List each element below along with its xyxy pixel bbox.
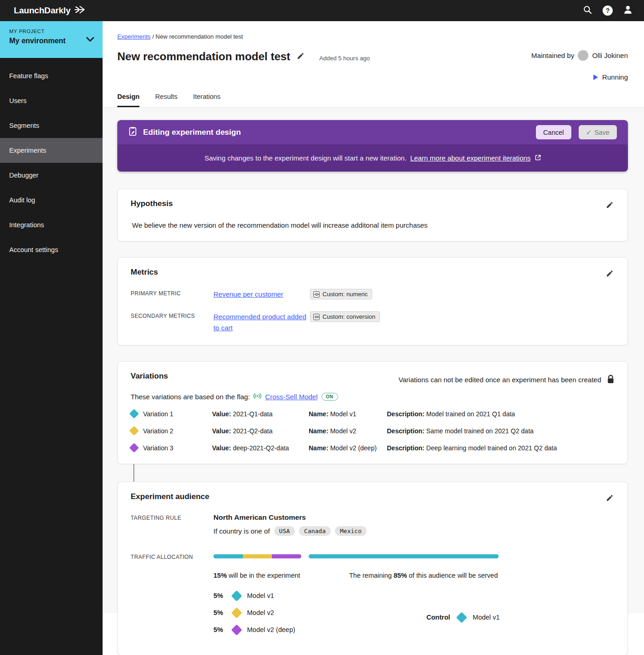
sidebar-item-audit-log[interactable]: Audit log	[0, 188, 103, 213]
variation-3-value: Value: deep-2021-Q2-data	[212, 444, 309, 452]
page-title: New recommendation model test	[117, 50, 290, 63]
experiment-allocation-bar	[213, 554, 301, 558]
environment-name: My environment	[9, 37, 95, 45]
banner-title: Editing experiment design	[143, 128, 241, 137]
check-icon: ✓	[586, 129, 592, 136]
edit-hypothesis-icon[interactable]	[606, 201, 614, 211]
model-v2-diamond-icon	[231, 607, 242, 618]
metrics-card: Metrics PRIMARY METRIC Revenue per custo…	[117, 257, 628, 345]
play-icon	[593, 75, 598, 80]
edit-metrics-icon[interactable]	[606, 270, 614, 279]
external-link-icon	[535, 154, 541, 162]
cancel-button[interactable]: Cancel	[536, 125, 571, 139]
breadcrumb-current: New recommendation model test	[155, 33, 243, 40]
top-bar: LaunchDarkly ?	[0, 0, 644, 21]
hypothesis-title: Hypothesis	[131, 199, 615, 208]
secondary-metric-link[interactable]: Recommended product added to cart	[213, 311, 310, 333]
variation-2-diamond-icon	[129, 426, 139, 436]
project-label: MY PROJECT	[9, 29, 95, 34]
allocation-legend-model-v2: 5% Model v2	[213, 609, 426, 617]
targeting-rule-name: North American Customers	[213, 513, 367, 522]
variation-2-description: Description: Same model trained on 2021 …	[387, 427, 534, 435]
sidebar-item-integrations[interactable]: Integrations	[0, 213, 103, 237]
rule-condition-text: If country is one of	[213, 527, 270, 535]
tab-results[interactable]: Results	[155, 93, 177, 107]
control-model-name: Model v1	[473, 614, 500, 621]
maintained-by-label: Maintained by	[531, 52, 574, 59]
page-header: Experiments / New recommendation model t…	[103, 21, 644, 107]
code-icon: <>	[313, 291, 320, 298]
sidebar-item-segments[interactable]: Segments	[0, 113, 103, 138]
flag-on-badge: ON	[322, 393, 338, 401]
variation-2-value: Value: 2021-Q2-data	[212, 427, 309, 435]
banner-message: Saving changes to the experiment design …	[204, 154, 406, 162]
maintained-by: Maintained by Olli Jokinen	[531, 50, 628, 61]
iterations-learn-more-link[interactable]: Learn more about experiment iterations	[410, 154, 531, 162]
clipboard-edit-icon	[128, 126, 138, 138]
variation-1-model-name: Name: Model v1	[309, 410, 387, 418]
flag-prefix-text: These variations are based on the flag:	[131, 393, 250, 401]
traffic-allocation-bar	[213, 554, 499, 558]
variation-3-diamond-icon	[129, 443, 139, 453]
experiment-allocation-text: 15% will be in the experiment	[213, 572, 349, 579]
metrics-title: Metrics	[131, 268, 615, 277]
variation-1-value: Value: 2021-Q1-data	[212, 410, 309, 418]
sidebar-item-users[interactable]: Users	[0, 88, 103, 113]
help-icon[interactable]: ?	[603, 6, 613, 16]
flag-reference-line: These variations are based on the flag: …	[131, 393, 615, 401]
remaining-allocation-bar	[309, 554, 499, 558]
launchdarkly-arrow-icon	[74, 6, 86, 16]
environment-switcher[interactable]: MY PROJECT My environment	[0, 21, 103, 58]
variation-1-diamond-icon	[129, 409, 139, 419]
editing-banner: Editing experiment design Cancel ✓Save S…	[117, 120, 628, 172]
audience-title: Experiment audience	[131, 492, 615, 501]
tab-bar: Design Results Iterations	[117, 93, 628, 107]
allocation-segment-model-v2-deep	[272, 554, 301, 558]
variations-card: Variations Variations can not be edited …	[117, 361, 628, 464]
logo-text: LaunchDarkly	[14, 6, 70, 16]
control-diamond-icon	[456, 612, 467, 623]
sidebar-item-account-settings[interactable]: Account settings	[0, 237, 103, 262]
cross-sell-model-flag-link[interactable]: Cross-Sell Model	[265, 393, 317, 401]
country-pill-mexico: Mexico	[335, 526, 367, 536]
targeting-rule-label: TARGETING RULE	[131, 513, 213, 536]
sidebar-item-debugger[interactable]: Debugger	[0, 163, 103, 188]
primary-metric-label: PRIMARY METRIC	[131, 289, 213, 297]
edit-title-icon[interactable]	[297, 52, 305, 62]
secondary-metric-badge: <>Custom: conversion	[310, 311, 380, 322]
sidebar: MY PROJECT My environment Feature flags …	[0, 21, 103, 655]
lock-note-text: Variations can not be edited once an exp…	[398, 376, 601, 384]
variation-row-1: Variation 1 Value: 2021-Q1-data Name: Mo…	[131, 410, 615, 418]
hypothesis-text: We believe the new version of the recomm…	[131, 221, 615, 229]
variation-3-model-name: Name: Model v2 (deep)	[309, 444, 387, 452]
variations-lock-note: Variations can not be edited once an exp…	[398, 374, 615, 385]
sidebar-nav: Feature flags Users Segments Experiments…	[0, 58, 103, 262]
launchdarkly-logo[interactable]: LaunchDarkly	[14, 6, 86, 16]
search-icon[interactable]	[583, 5, 592, 17]
edit-audience-icon[interactable]	[606, 494, 614, 504]
variation-3-description: Description: Deep learning model trained…	[387, 444, 557, 452]
tab-iterations[interactable]: Iterations	[193, 93, 221, 107]
control-legend: Control Model v1	[426, 592, 500, 643]
maintainer-avatar	[578, 50, 588, 61]
sidebar-item-experiments[interactable]: Experiments	[0, 138, 103, 163]
variation-2-model-name: Name: Model v2	[309, 427, 387, 435]
experiment-audience-card: Experiment audience TARGETING RULE North…	[117, 482, 628, 655]
tab-design[interactable]: Design	[117, 93, 139, 107]
save-button[interactable]: ✓Save	[579, 125, 617, 139]
sidebar-item-feature-flags[interactable]: Feature flags	[0, 63, 103, 88]
lock-icon	[607, 374, 615, 385]
added-timestamp: Added 5 hours ago	[319, 52, 370, 62]
variation-row-2: Variation 2 Value: 2021-Q2-data Name: Mo…	[131, 427, 615, 435]
user-account-icon[interactable]	[623, 5, 633, 17]
secondary-metric-badge-label: Custom: conversion	[322, 313, 375, 320]
country-pill-canada: Canada	[299, 526, 331, 536]
breadcrumb-experiments-link[interactable]: Experiments	[117, 33, 150, 40]
status-badge: Running	[602, 73, 628, 81]
variation-3-name: Variation 3	[143, 444, 212, 452]
secondary-metric-label: SECONDARY METRICS	[131, 311, 213, 319]
maintainer-name: Olli Jokinen	[592, 52, 628, 59]
primary-metric-link[interactable]: Revenue per customer	[213, 289, 310, 299]
status-row: Running	[117, 73, 628, 81]
allocation-segment-model-v2	[243, 554, 272, 558]
